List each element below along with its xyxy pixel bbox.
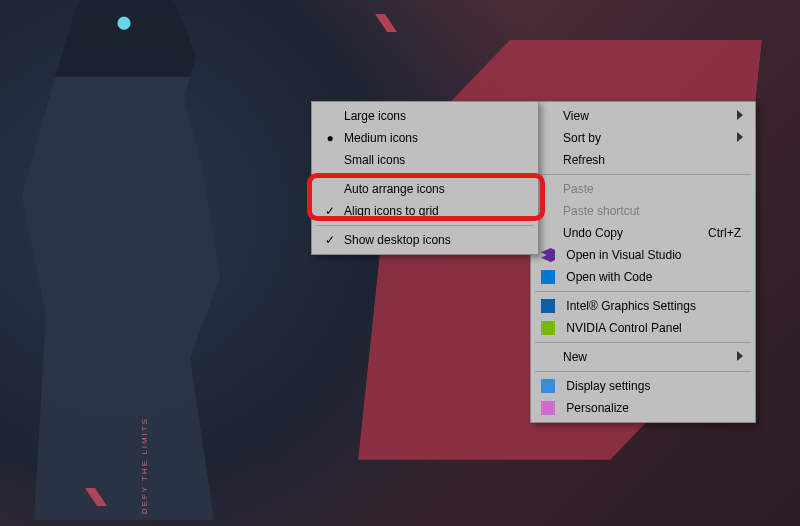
menu-label: Medium icons [344, 131, 418, 145]
menu-label: Refresh [563, 153, 605, 167]
menu-item-sort-by[interactable]: Sort by [533, 127, 753, 149]
menu-shortcut: Ctrl+Z [708, 222, 741, 244]
radio-dot-icon: ● [322, 127, 338, 149]
menu-item-paste: Paste [533, 178, 753, 200]
checkmark-icon: ✓ [322, 200, 338, 222]
chevron-right-icon [735, 110, 745, 120]
menu-label: Intel® Graphics Settings [566, 299, 696, 313]
submenu-item-small-icons[interactable]: Small icons [314, 149, 536, 171]
menu-item-display-settings[interactable]: Display settings [533, 375, 753, 397]
submenu-item-medium-icons[interactable]: ● Medium icons [314, 127, 536, 149]
menu-label: Paste shortcut [563, 204, 640, 218]
menu-item-open-with-code[interactable]: Open with Code [533, 266, 753, 288]
menu-separator [535, 371, 751, 372]
menu-label: Open in Visual Studio [566, 248, 681, 262]
chevron-right-icon [735, 351, 745, 361]
menu-label: Sort by [563, 131, 601, 145]
desktop-wallpaper[interactable]: DEFY THE LIMITS View Sort by Refresh Pas… [0, 0, 800, 526]
menu-item-view[interactable]: View [533, 105, 753, 127]
vscode-icon [541, 270, 555, 284]
menu-separator [316, 174, 534, 175]
menu-label: Large icons [344, 109, 406, 123]
menu-item-open-visual-studio[interactable]: Open in Visual Studio [533, 244, 753, 266]
menu-label: Align icons to grid [344, 204, 439, 218]
menu-label: View [563, 109, 589, 123]
menu-item-intel-graphics[interactable]: Intel® Graphics Settings [533, 295, 753, 317]
wallpaper-tagline: DEFY THE LIMITS [140, 417, 160, 514]
valorant-logo-icon [375, 14, 397, 32]
menu-label: Open with Code [566, 270, 652, 284]
desktop-context-menu: View Sort by Refresh Paste Paste shortcu… [530, 101, 756, 423]
menu-label: Auto arrange icons [344, 182, 445, 196]
visual-studio-icon [541, 248, 555, 262]
menu-item-refresh[interactable]: Refresh [533, 149, 753, 171]
menu-item-new[interactable]: New [533, 346, 753, 368]
menu-item-paste-shortcut: Paste shortcut [533, 200, 753, 222]
menu-label: New [563, 350, 587, 364]
display-icon [541, 379, 555, 393]
chevron-right-icon [735, 132, 745, 142]
menu-separator [535, 291, 751, 292]
menu-separator [316, 225, 534, 226]
submenu-item-align-icons-to-grid[interactable]: ✓ Align icons to grid [314, 200, 536, 222]
personalize-icon [541, 401, 555, 415]
checkmark-icon: ✓ [322, 229, 338, 251]
submenu-item-show-desktop-icons[interactable]: ✓ Show desktop icons [314, 229, 536, 251]
menu-item-undo-copy[interactable]: Undo Copy Ctrl+Z [533, 222, 753, 244]
intel-icon [541, 299, 555, 313]
view-submenu: Large icons ● Medium icons Small icons A… [311, 101, 539, 255]
nvidia-icon [541, 321, 555, 335]
menu-label: Personalize [566, 401, 629, 415]
menu-separator [535, 342, 751, 343]
menu-label: Small icons [344, 153, 405, 167]
menu-label: Show desktop icons [344, 233, 451, 247]
menu-label: Display settings [566, 379, 650, 393]
menu-label: NVIDIA Control Panel [566, 321, 681, 335]
menu-separator [535, 174, 751, 175]
submenu-item-auto-arrange-icons[interactable]: Auto arrange icons [314, 178, 536, 200]
submenu-item-large-icons[interactable]: Large icons [314, 105, 536, 127]
menu-item-personalize[interactable]: Personalize [533, 397, 753, 419]
menu-label: Paste [563, 182, 594, 196]
menu-label: Undo Copy [563, 226, 623, 240]
menu-item-nvidia-control-panel[interactable]: NVIDIA Control Panel [533, 317, 753, 339]
